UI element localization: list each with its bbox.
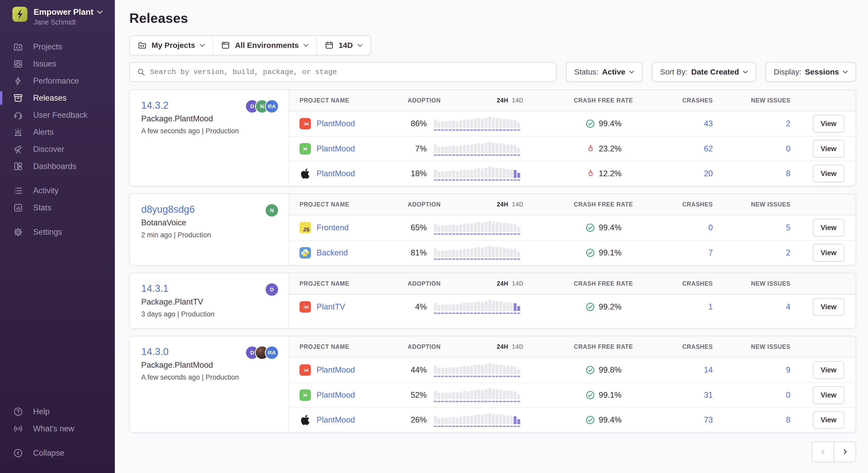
new-issues-link[interactable]: 8 (786, 415, 790, 424)
new-issues-cell: 8 (716, 415, 794, 424)
project-link[interactable]: PlantMood (317, 415, 355, 424)
sidebar-item-discover[interactable]: Discover (0, 141, 115, 158)
crashes-link[interactable]: 20 (704, 169, 713, 178)
project-link[interactable]: PlantMood (317, 144, 355, 153)
releases-icon (13, 93, 23, 103)
crashes-link[interactable]: 43 (704, 119, 713, 128)
range-24h-toggle[interactable]: 24H (497, 201, 508, 208)
crash-fire-icon (585, 144, 595, 154)
projects-icon (13, 42, 23, 52)
range-14d-toggle[interactable]: 14D (512, 280, 524, 287)
range-24h-toggle[interactable]: 24H (497, 280, 508, 287)
crashes-link[interactable]: 14 (704, 365, 713, 375)
sidebar-item-label: Projects (33, 42, 62, 52)
project-link[interactable]: PlantMood (317, 119, 355, 128)
chevron-down-icon (629, 70, 634, 74)
sidebar-item-collapse[interactable]: Collapse (0, 445, 115, 462)
sidebar-item-alerts[interactable]: Alerts (0, 124, 115, 141)
release-project-row: PlantMood18%12.2%208View (289, 161, 856, 186)
status-dropdown[interactable]: Status: Active (566, 62, 642, 82)
crash-free-value: 99.2% (599, 302, 621, 312)
crashes-cell: 62 (641, 144, 716, 153)
date-range-filter[interactable]: 14D (316, 36, 370, 55)
view-button[interactable]: View (813, 411, 844, 429)
new-issues-link[interactable]: 8 (786, 169, 790, 178)
display-dropdown[interactable]: Display: Sessions (766, 62, 856, 82)
project-link[interactable]: PlantTV (317, 302, 345, 312)
sidebar-item-what-s-new[interactable]: What's new (0, 420, 115, 437)
view-button[interactable]: View (813, 298, 844, 316)
new-issues-link[interactable]: 4 (786, 302, 790, 311)
project-link[interactable]: PlantMood (317, 365, 355, 375)
sort-by-dropdown[interactable]: Sort By: Date Created (652, 62, 756, 82)
range-14d-toggle[interactable]: 14D (512, 201, 524, 208)
release-version-link[interactable]: d8yug8sdg6 (141, 204, 195, 215)
new-issues-link[interactable]: 5 (786, 223, 790, 232)
view-button[interactable]: View (813, 219, 844, 237)
search-input[interactable]: Search by version, build, package, or st… (129, 62, 557, 82)
view-button[interactable]: View (813, 244, 844, 262)
view-button[interactable]: View (813, 115, 844, 132)
crashes-link[interactable]: 31 (704, 390, 713, 400)
sidebar-item-label: What's new (33, 424, 74, 434)
sidebar-item-user-feedback[interactable]: User Feedback (0, 107, 115, 124)
view-button[interactable]: View (813, 140, 844, 157)
release-version-link[interactable]: 14.3.0 (141, 346, 168, 357)
environments-filter[interactable]: All Environments (213, 36, 316, 55)
new-issues-link[interactable]: 0 (786, 390, 790, 400)
project-link[interactable]: Backend (317, 248, 348, 258)
crashes-link[interactable]: 0 (708, 223, 713, 232)
new-issues-link[interactable]: 9 (786, 365, 790, 375)
release-authors: N (265, 203, 279, 217)
crashes-link[interactable]: 1 (708, 302, 713, 311)
sidebar-item-activity[interactable]: Activity (0, 182, 115, 199)
col-crashes: CRASHES (641, 343, 716, 350)
range-24h-toggle[interactable]: 24H (497, 343, 508, 350)
sidebar-item-releases[interactable]: Releases (0, 90, 115, 107)
view-button[interactable]: View (813, 361, 844, 379)
release-project-row: PlantMood26%99.4%738View (289, 407, 856, 432)
new-issues-link[interactable]: 2 (786, 248, 790, 257)
range-14d-toggle[interactable]: 14D (512, 97, 524, 104)
release-version-link[interactable]: 14.3.2 (141, 100, 168, 111)
sidebar-item-stats[interactable]: Stats (0, 199, 115, 216)
release-version-link[interactable]: 14.3.1 (141, 283, 168, 294)
sidebar-item-label: Discover (33, 145, 64, 154)
sidebar-item-performance[interactable]: Performance (0, 72, 115, 90)
sidebar-item-help[interactable]: Help (0, 403, 115, 420)
crashes-link[interactable]: 7 (708, 248, 713, 257)
sentry-logo-icon (12, 7, 27, 22)
org-switcher[interactable]: Empower Plant Jane Schmidt (0, 0, 115, 26)
range-14d-toggle[interactable]: 14D (512, 343, 524, 350)
new-issues-cell: 0 (716, 390, 794, 400)
pagination-next-button[interactable] (834, 441, 856, 462)
projects-filter[interactable]: My Projects (130, 36, 213, 55)
new-issues-link[interactable]: 2 (786, 119, 790, 128)
pagination-prev-button[interactable] (812, 441, 834, 462)
view-button[interactable]: View (813, 165, 844, 182)
apple-icon (300, 414, 311, 426)
range-24h-toggle[interactable]: 24H (497, 97, 508, 104)
adoption-sparkline (434, 142, 520, 156)
project-link[interactable]: Frontend (317, 223, 349, 232)
sidebar-item-dashboards[interactable]: Dashboards (0, 158, 115, 175)
release-project-row: PlantTV4%99.2%14View (289, 294, 856, 319)
crash-free-cell: 99.1% (532, 390, 641, 400)
crashes-link[interactable]: 73 (704, 415, 713, 424)
col-adoption: ADOPTION (400, 201, 434, 208)
crash-free-cell: 99.1% (532, 248, 641, 258)
project-link[interactable]: PlantMood (317, 169, 355, 178)
project-link[interactable]: PlantMood (317, 390, 355, 400)
sidebar-item-issues[interactable]: Issues (0, 55, 115, 72)
crashes-link[interactable]: 62 (704, 144, 713, 153)
crash-free-value: 99.1% (599, 390, 621, 400)
chevron-down-icon (97, 10, 103, 14)
sidebar-item-settings[interactable]: Settings (0, 224, 115, 241)
view-button[interactable]: View (813, 386, 844, 404)
calendar-icon (324, 40, 334, 50)
col-crash-free-rate: CRASH FREE RATE (532, 343, 641, 350)
sidebar: Empower Plant Jane Schmidt ProjectsIssue… (0, 0, 115, 473)
sidebar-item-projects[interactable]: Projects (0, 38, 115, 55)
new-issues-link[interactable]: 0 (786, 144, 790, 153)
table-header-row: PROJECT NAMEADOPTION24H14DCRASH FREE RAT… (289, 273, 856, 294)
